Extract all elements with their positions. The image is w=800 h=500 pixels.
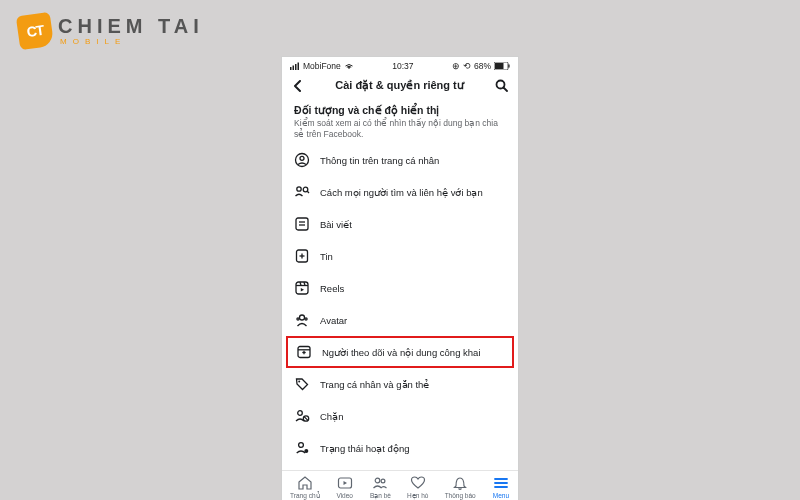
stories-icon [294, 248, 310, 264]
wifi-icon [344, 62, 354, 70]
people-search-icon [294, 184, 310, 200]
tab-friends[interactable]: Bạn bè [370, 475, 391, 500]
row-label: Chặn [320, 411, 343, 422]
svg-rect-2 [295, 64, 297, 70]
followers-icon [296, 344, 312, 360]
video-icon [336, 475, 354, 491]
carrier-label: MobiFone [303, 61, 341, 71]
logo-text-main: CHIEM TAI [58, 16, 204, 36]
svg-rect-20 [296, 282, 308, 294]
row-posts[interactable]: Bài viết [282, 208, 518, 240]
tab-label: Menu [493, 492, 509, 499]
friends-icon [371, 475, 389, 491]
tag-icon [294, 376, 310, 392]
profile-icon [294, 152, 310, 168]
logo-text-sub: MOBILE [60, 38, 204, 46]
brand-logo: CT CHIEM TAI MOBILE [18, 14, 204, 48]
row-label: Tin [320, 251, 333, 262]
active-status-icon [294, 440, 310, 456]
back-button[interactable] [292, 80, 304, 92]
tab-home[interactable]: Trang chủ [290, 475, 319, 500]
menu-icon [492, 475, 510, 491]
bell-icon [451, 475, 469, 491]
row-label: Trang cá nhân và gắn thẻ [320, 379, 429, 390]
row-label: Reels [320, 283, 344, 294]
svg-point-35 [299, 443, 304, 448]
home-icon [296, 475, 314, 491]
tab-notifications[interactable]: Thông báo [445, 475, 476, 500]
row-label: Người theo dõi và nội dung công khai [322, 347, 481, 358]
phone-frame: MobiFone 10:37 ⊕ ⟲ 68% Cài đặt & quyền r… [281, 56, 519, 500]
row-profile-info[interactable]: Thông tin trên trang cá nhân [282, 144, 518, 176]
row-avatar[interactable]: Avatar [282, 304, 518, 336]
svg-rect-6 [508, 64, 509, 67]
row-reels[interactable]: Reels [282, 272, 518, 304]
row-label: Thông tin trên trang cá nhân [320, 155, 439, 166]
svg-point-38 [376, 478, 381, 483]
svg-line-13 [307, 191, 309, 193]
posts-icon [294, 216, 310, 232]
search-button[interactable] [495, 79, 508, 92]
tab-label: Trang chủ [290, 492, 319, 500]
page-title: Cài đặt & quyền riêng tư [335, 79, 464, 92]
row-label: Avatar [320, 315, 347, 326]
tab-label: Video [336, 492, 353, 499]
tab-label: Thông báo [445, 492, 476, 499]
section-description: Kiểm soát xem ai có thể nhìn thấy nội du… [294, 118, 506, 140]
logo-badge: CT [16, 12, 54, 50]
tab-label: Bạn bè [370, 492, 391, 500]
row-blocking[interactable]: Chặn [282, 400, 518, 432]
svg-point-39 [381, 479, 385, 483]
signal-icon [290, 62, 300, 70]
heart-icon [409, 475, 427, 491]
tab-video[interactable]: Video [336, 475, 354, 500]
reels-icon [294, 280, 310, 296]
svg-point-25 [297, 318, 299, 320]
svg-rect-5 [495, 63, 504, 69]
svg-point-26 [305, 318, 307, 320]
row-label: Bài viết [320, 219, 352, 230]
bottom-tab-bar: Trang chủ Video Bạn bè Hẹn hò Thông báo [282, 470, 518, 500]
section-header: Đối tượng và chế độ hiển thị Kiểm soát x… [282, 98, 518, 144]
rotation-lock-icon: ⟲ [463, 61, 471, 71]
row-label: Trạng thái hoạt động [320, 443, 409, 454]
row-active-status[interactable]: Trạng thái hoạt động [282, 432, 518, 464]
tab-label: Hẹn hò [407, 492, 428, 500]
settings-list: Thông tin trên trang cá nhân Cách mọi ng… [282, 144, 518, 470]
svg-rect-14 [296, 218, 308, 230]
row-stories[interactable]: Tin [282, 240, 518, 272]
battery-icon [494, 62, 510, 70]
clock-label: 10:37 [392, 61, 413, 71]
row-followers-public[interactable]: Người theo dõi và nội dung công khai [286, 336, 514, 368]
status-bar: MobiFone 10:37 ⊕ ⟲ 68% [282, 57, 518, 73]
avatar-icon [294, 312, 310, 328]
svg-point-12 [303, 187, 308, 192]
svg-point-32 [298, 411, 303, 416]
svg-rect-0 [290, 67, 292, 70]
block-icon [294, 408, 310, 424]
row-label: Cách mọi người tìm và liên hệ với bạn [320, 187, 483, 198]
svg-rect-1 [293, 66, 295, 71]
svg-point-10 [300, 156, 304, 160]
svg-point-31 [298, 381, 300, 383]
battery-label: 68% [474, 61, 491, 71]
svg-line-34 [304, 417, 308, 421]
alarm-icon: ⊕ [452, 61, 460, 71]
navbar: Cài đặt & quyền riêng tư [282, 73, 518, 98]
svg-point-36 [304, 449, 308, 453]
section-title: Đối tượng và chế độ hiển thị [294, 104, 506, 116]
svg-point-11 [297, 187, 301, 191]
row-profile-tagging[interactable]: Trang cá nhân và gắn thẻ [282, 368, 518, 400]
tab-dating[interactable]: Hẹn hò [407, 475, 428, 500]
svg-line-8 [504, 88, 508, 92]
svg-rect-3 [298, 63, 300, 71]
tab-menu[interactable]: Menu [492, 475, 510, 500]
row-find-contact[interactable]: Cách mọi người tìm và liên hệ với bạn [282, 176, 518, 208]
svg-point-24 [300, 315, 305, 320]
